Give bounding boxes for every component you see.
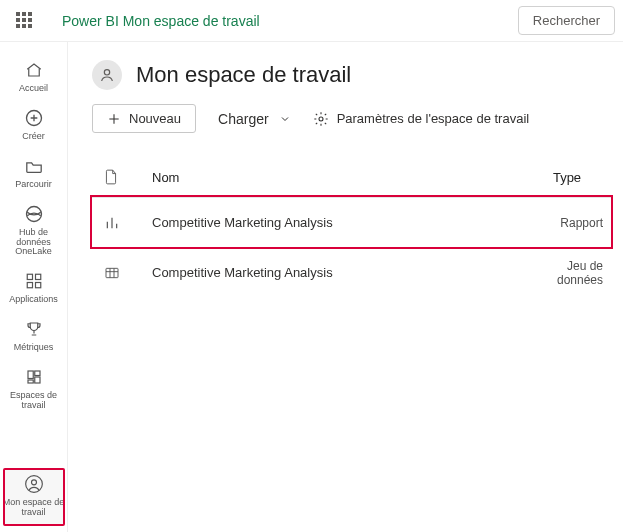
apps-icon xyxy=(24,271,44,291)
row-type: Rapport xyxy=(531,216,611,230)
sidebar-item-label: Mon espace de travail xyxy=(3,498,65,518)
sidebar-item-label: Hub de données OneLake xyxy=(3,228,65,258)
report-icon xyxy=(104,215,144,231)
workspace-title: Mon espace de travail xyxy=(136,62,351,88)
sidebar-item-label: Créer xyxy=(22,132,45,142)
new-button[interactable]: Nouveau xyxy=(92,104,196,133)
svg-point-10 xyxy=(25,476,42,493)
workspace-settings[interactable]: Paramètres de l'espace de travail xyxy=(313,111,530,127)
upload-label: Charger xyxy=(218,111,269,127)
sidebar-item-apps[interactable]: Applications xyxy=(3,265,65,313)
workspaces-icon xyxy=(24,367,44,387)
search-button[interactable]: Rechercher xyxy=(518,6,615,35)
plus-icon xyxy=(107,112,121,126)
svg-rect-9 xyxy=(28,380,33,383)
row-type: Jeu de données xyxy=(531,259,611,287)
sidebar-item-label: Métriques xyxy=(14,343,54,353)
waffle-icon[interactable] xyxy=(16,12,34,30)
main-content: Mon espace de travail Nouveau Charger Pa… xyxy=(68,42,623,297)
row-name: Competitive Marketing Analysis xyxy=(144,215,531,230)
svg-point-11 xyxy=(31,480,36,485)
gear-icon xyxy=(313,111,329,127)
workspace-header: Mon espace de travail xyxy=(92,60,611,90)
sidebar-item-metrics[interactable]: Métriques xyxy=(3,313,65,361)
home-icon xyxy=(24,60,44,80)
new-button-label: Nouveau xyxy=(129,111,181,126)
sidebar-item-label: Espaces de travail xyxy=(3,391,65,411)
table-row[interactable]: Competitive Marketing Analysis Jeu de do… xyxy=(92,247,611,297)
sidebar-item-workspaces[interactable]: Espaces de travail xyxy=(3,361,65,419)
sidebar-item-label: Parcourir xyxy=(15,180,52,190)
file-icon xyxy=(104,169,144,185)
upload-menu[interactable]: Charger xyxy=(218,111,291,127)
svg-point-12 xyxy=(104,70,109,75)
table-row[interactable]: Competitive Marketing Analysis Rapport xyxy=(92,197,611,247)
top-bar: Power BI Mon espace de travail Recherche… xyxy=(0,0,623,42)
dataset-icon xyxy=(104,266,144,280)
svg-rect-6 xyxy=(28,371,33,379)
sidebar-item-label: Applications xyxy=(9,295,58,305)
sidebar-item-home[interactable]: Accueil xyxy=(3,54,65,102)
folder-icon xyxy=(24,156,44,176)
plus-circle-icon xyxy=(24,108,44,128)
workspace-settings-label: Paramètres de l'espace de travail xyxy=(337,111,530,126)
sidebar-item-browse[interactable]: Parcourir xyxy=(3,150,65,198)
table-header: Nom Type xyxy=(92,163,611,197)
person-icon xyxy=(92,60,122,90)
data-hub-icon xyxy=(24,204,44,224)
person-circle-icon xyxy=(24,474,44,494)
svg-rect-2 xyxy=(27,275,32,280)
sidebar-item-my-workspace[interactable]: Mon espace de travail xyxy=(3,468,65,526)
sidebar-item-label: Accueil xyxy=(19,84,48,94)
sidebar-item-create[interactable]: Créer xyxy=(3,102,65,150)
chevron-down-icon xyxy=(279,113,291,125)
column-name[interactable]: Nom xyxy=(144,170,531,185)
svg-point-13 xyxy=(319,117,323,121)
trophy-icon xyxy=(24,319,44,339)
svg-rect-3 xyxy=(35,275,40,280)
row-name: Competitive Marketing Analysis xyxy=(144,265,531,280)
svg-rect-7 xyxy=(34,371,39,376)
column-type[interactable]: Type xyxy=(531,170,611,185)
sidebar-item-onelake[interactable]: Hub de données OneLake xyxy=(3,198,65,266)
svg-rect-5 xyxy=(35,283,40,288)
sidebar: Accueil Créer Parcourir Hub de données O… xyxy=(0,42,68,532)
svg-rect-14 xyxy=(106,268,118,277)
svg-rect-8 xyxy=(34,377,39,383)
brand-title[interactable]: Power BI Mon espace de travail xyxy=(62,13,260,29)
svg-rect-4 xyxy=(27,283,32,288)
toolbar: Nouveau Charger Paramètres de l'espace d… xyxy=(92,104,611,133)
